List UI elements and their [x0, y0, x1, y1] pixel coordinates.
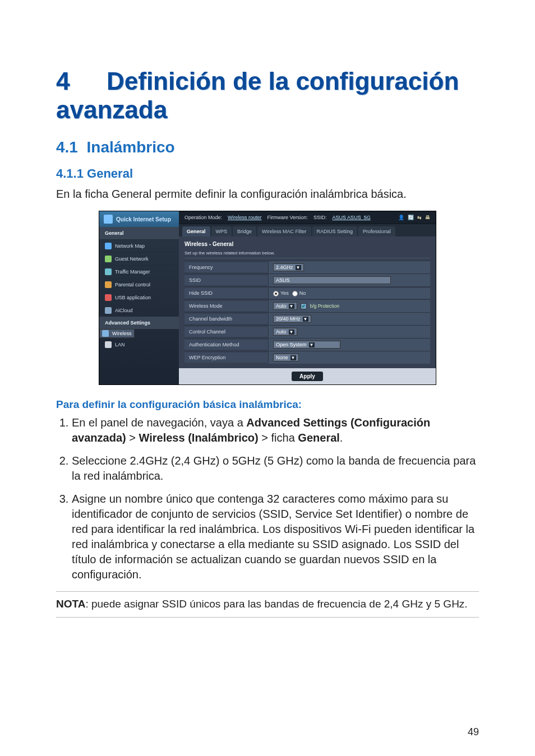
wep-encryption-label: WEP Encryption: [185, 353, 269, 363]
apply-button[interactable]: Apply: [292, 372, 323, 381]
main-panel: Operation Mode: Wireless router Firmware…: [179, 211, 436, 384]
sidebar-icon: [105, 256, 112, 262]
control-channel-select[interactable]: Auto▼: [273, 328, 297, 336]
sidebar-icon: [105, 243, 112, 249]
section-number: 4.1: [56, 138, 78, 156]
step-2: Seleccione 2.4GHz (2,4 GHz) o 5GHz (5 GH…: [72, 453, 479, 484]
chapter-number: 4: [56, 67, 107, 96]
chevron-down-icon: ▼: [289, 304, 294, 309]
topbar: Operation Mode: Wireless router Firmware…: [179, 211, 436, 224]
sidebar-item-label: Wireless: [112, 331, 132, 336]
router-admin-screenshot: Quick Internet Setup General Network Map…: [99, 211, 436, 385]
wireless-general-panel: Wireless - General Set up the wireless r…: [179, 236, 436, 368]
sidebar-icon: [105, 294, 112, 301]
sidebar-item-label: USB application: [115, 295, 151, 300]
note-label: NOTA: [56, 598, 85, 610]
fw-label: Firmware Version:: [268, 215, 308, 220]
chapter-title: Definición de la configuración avanzada: [56, 67, 459, 123]
sidebar-item[interactable]: Parental control: [99, 278, 179, 291]
sidebar-qis[interactable]: Quick Internet Setup: [99, 211, 179, 227]
chevron-down-icon: ▼: [289, 330, 294, 335]
sidebar-item[interactable]: Traffic Manager: [99, 265, 179, 278]
intro-text: En la ficha General permite definir la c…: [56, 187, 479, 202]
topbar-icon[interactable]: 🔄: [408, 215, 414, 220]
sidebar: Quick Internet Setup General Network Map…: [99, 211, 179, 384]
auth-method-select[interactable]: Open System▼: [273, 341, 340, 349]
wireless-mode-label: Wireless Mode: [185, 301, 269, 311]
channel-bandwidth-select[interactable]: 20/40 MHz▼: [273, 315, 311, 323]
sidebar-item-label: AiCloud: [115, 308, 133, 313]
hide-ssid-no[interactable]: No: [292, 290, 306, 296]
subsection-title: General: [87, 166, 133, 180]
frequency-select[interactable]: 2.4GHz▼: [273, 263, 304, 271]
ssid-label: SSID:: [313, 215, 327, 220]
sidebar-item[interactable]: AiCloud: [99, 304, 179, 317]
sidebar-item[interactable]: Wireless: [99, 329, 135, 338]
note-block: NOTA: puede asignar SSID únicos para las…: [56, 591, 479, 618]
tab[interactable]: General: [182, 226, 210, 236]
steps-list: En el panel de navegación, vaya a Advanc…: [56, 415, 479, 582]
wand-icon: [104, 215, 113, 224]
sidebar-icon: [105, 341, 112, 348]
sidebar-icon: [105, 281, 112, 288]
sidebar-icon: [102, 330, 109, 337]
sidebar-icon: [105, 268, 112, 275]
chapter-heading: 4Definición de la configuración avanzada: [56, 67, 479, 124]
steps-heading: Para definir la configuración básica ina…: [56, 398, 479, 411]
topbar-icon[interactable]: ⇆: [417, 215, 422, 220]
bg-protection-label: b/g Protection: [310, 303, 339, 309]
step-1: En el panel de navegación, vaya a Advanc…: [72, 415, 479, 446]
chevron-down-icon: ▼: [290, 355, 296, 360]
topbar-icon[interactable]: 🖶: [425, 215, 430, 220]
ssid-field-label: SSID: [185, 275, 269, 285]
chevron-down-icon: ▼: [303, 317, 308, 322]
sidebar-group-advanced: Advanced Settings: [99, 317, 179, 329]
sidebar-item-label: LAN: [115, 342, 125, 347]
sidebar-item[interactable]: Network Map: [99, 239, 179, 252]
subsection-heading: 4.1.1 General: [56, 166, 479, 181]
hide-ssid-label: Hide SSID: [185, 288, 269, 298]
sidebar-item[interactable]: Guest Network: [99, 252, 179, 265]
panel-title: Wireless - General: [185, 241, 430, 247]
chevron-down-icon: ▼: [296, 265, 301, 270]
page-number: 49: [468, 726, 479, 738]
frequency-label: Frequency: [185, 262, 269, 272]
sidebar-item-label: Traffic Manager: [115, 269, 150, 275]
tab[interactable]: Wireless MAC Filter: [257, 226, 311, 236]
control-channel-label: Control Channel: [185, 327, 269, 337]
wireless-mode-select[interactable]: Auto▼: [273, 302, 297, 310]
ssid-value[interactable]: ASUS ASUS_5G: [333, 215, 371, 220]
tab[interactable]: RADIUS Setting: [312, 226, 358, 236]
tab[interactable]: Bridge: [233, 226, 256, 236]
section-title: Inalámbrico: [87, 138, 175, 156]
section-heading: 4.1 Inalámbrico: [56, 138, 479, 156]
ssid-input[interactable]: ASUS: [273, 276, 391, 284]
chevron-down-icon: ▼: [309, 342, 315, 347]
sidebar-item-label: Guest Network: [115, 256, 149, 262]
auth-method-label: Authentication Method: [185, 340, 269, 350]
panel-subtitle: Set up the wireless related information …: [185, 251, 430, 258]
tab[interactable]: Professional: [358, 226, 395, 236]
sidebar-icon: [105, 307, 112, 314]
topbar-icon[interactable]: 👤: [398, 215, 404, 220]
hide-ssid-yes[interactable]: Yes: [273, 290, 289, 296]
subsection-number: 4.1.1: [56, 166, 84, 180]
tabs: GeneralWPSBridgeWireless MAC FilterRADIU…: [179, 224, 436, 236]
qis-label: Quick Internet Setup: [116, 216, 171, 222]
sidebar-item-label: Network Map: [115, 243, 145, 249]
bg-protection-checkbox[interactable]: ✔: [301, 303, 307, 309]
sidebar-item[interactable]: LAN: [99, 338, 179, 351]
tab[interactable]: WPS: [211, 226, 232, 236]
step-3: Asigne un nombre único que contenga 32 c…: [72, 491, 479, 582]
sidebar-item[interactable]: USB application: [99, 291, 179, 304]
sidebar-group-general: General: [99, 227, 179, 239]
op-mode-value[interactable]: Wireless router: [228, 215, 262, 220]
op-mode-label: Operation Mode:: [185, 215, 222, 220]
note-text: : puede asignar SSID únicos para las ban…: [85, 598, 467, 610]
apply-row: Apply: [179, 368, 436, 384]
sidebar-item-label: Parental control: [115, 282, 150, 287]
wep-encryption-select[interactable]: None▼: [273, 354, 299, 361]
channel-bandwidth-label: Channel bandwidth: [185, 314, 269, 324]
